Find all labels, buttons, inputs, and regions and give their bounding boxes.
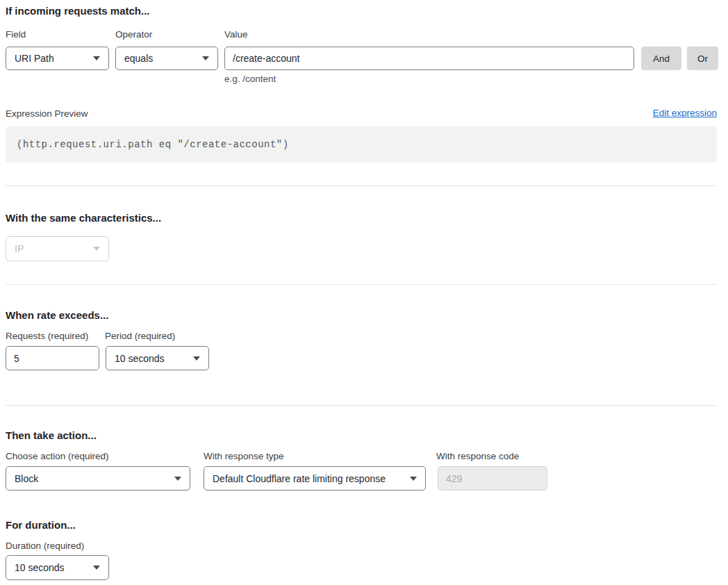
response-type-select-value: Default Cloudflare rate limiting respons… — [213, 473, 386, 484]
section-divider — [6, 284, 717, 285]
value-label: Value — [224, 29, 248, 40]
and-button[interactable]: And — [641, 47, 681, 70]
duration-select[interactable]: 10 seconds — [6, 555, 109, 580]
response-code-label: With response code — [436, 451, 519, 462]
section-title-rate-exceeds: When rate exceeds... — [6, 309, 108, 322]
section-divider — [6, 186, 717, 186]
operator-select[interactable]: equals — [115, 47, 218, 70]
choose-action-select[interactable]: Block — [6, 466, 190, 491]
characteristic-select-value: IP — [15, 243, 24, 254]
field-label: Field — [6, 29, 26, 40]
chevron-down-icon — [410, 477, 417, 481]
field-select[interactable]: URI Path — [6, 47, 109, 70]
period-select[interactable]: 10 seconds — [106, 346, 209, 370]
expression-preview-code: (http.request.uri.path eq "/create-accou… — [6, 126, 717, 163]
section-divider — [6, 405, 717, 406]
or-button[interactable]: Or — [687, 47, 718, 70]
response-code-input — [438, 466, 547, 491]
response-type-select[interactable]: Default Cloudflare rate limiting respons… — [204, 466, 426, 491]
edit-expression-link[interactable]: Edit expression — [653, 108, 717, 118]
chevron-down-icon — [93, 247, 100, 251]
section-title-take-action: Then take action... — [6, 429, 97, 442]
response-type-label: With response type — [204, 451, 284, 462]
period-select-value: 10 seconds — [115, 353, 165, 364]
chevron-down-icon — [193, 356, 200, 361]
section-title-characteristics: With the same characteristics... — [6, 212, 161, 224]
chevron-down-icon — [93, 566, 100, 570]
value-input[interactable] — [224, 47, 634, 70]
chevron-down-icon — [93, 56, 100, 60]
section-title-for-duration: For duration... — [6, 519, 76, 532]
operator-label: Operator — [115, 29, 152, 40]
expression-preview-label: Expression Preview — [6, 108, 88, 120]
chevron-down-icon — [174, 477, 181, 481]
expression-code-text: (http.request.uri.path eq "/create-accou… — [17, 139, 289, 150]
field-select-value: URI Path — [15, 53, 54, 64]
requests-input[interactable] — [6, 346, 99, 370]
duration-label: Duration (required) — [6, 541, 84, 552]
characteristic-select: IP — [6, 236, 109, 261]
choose-action-select-value: Block — [15, 473, 38, 484]
chevron-down-icon — [202, 56, 209, 60]
operator-select-value: equals — [124, 53, 153, 64]
value-hint: e.g. /content — [224, 74, 276, 85]
requests-label: Requests (required) — [6, 331, 88, 342]
duration-select-value: 10 seconds — [15, 562, 65, 573]
period-label: Period (required) — [105, 331, 175, 342]
rate-limiting-rule-form: If incoming requests match... Field Oper… — [0, 0, 728, 585]
choose-action-label: Choose action (required) — [6, 451, 109, 462]
section-title-incoming-requests: If incoming requests match... — [6, 5, 150, 17]
